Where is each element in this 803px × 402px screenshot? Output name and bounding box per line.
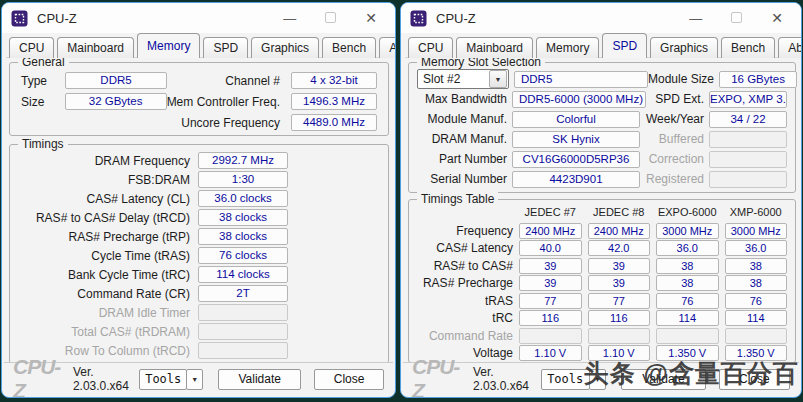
buffered-value xyxy=(709,131,787,148)
tab-cpu[interactable]: CPU xyxy=(9,37,54,58)
titlebar[interactable]: CPU-Z — ✕ xyxy=(2,3,395,33)
timing-value: 76 clocks xyxy=(198,247,288,264)
chevron-down-icon[interactable]: ▼ xyxy=(489,70,507,88)
close-icon[interactable]: ✕ xyxy=(771,11,783,25)
close-icon[interactable]: ✕ xyxy=(365,11,377,25)
tab-bench[interactable]: Bench xyxy=(721,37,775,58)
timings-table-header: JEDEC #7 JEDEC #8 EXPO-6000 XMP-6000 xyxy=(409,204,795,220)
validate-button[interactable]: Validate xyxy=(218,369,301,390)
channel-value: 4 x 32-bit xyxy=(291,72,377,89)
table-cell: 2400 MHz xyxy=(588,223,651,239)
type-value: DDR5 xyxy=(65,72,167,89)
table-cell: 2400 MHz xyxy=(519,223,582,239)
tab-bench[interactable]: Bench xyxy=(322,37,376,58)
table-cell xyxy=(656,328,719,344)
close-button[interactable]: Close xyxy=(314,369,384,390)
tab-graphics[interactable]: Graphics xyxy=(650,37,718,58)
module-manuf-value: Colorful xyxy=(512,111,640,128)
timing-row: RAS# Precharge (tRP) 38 clocks xyxy=(10,227,388,246)
footer-bar: CPU-Z Ver. 2.03.0.x64 Tools ▼ Validate C… xyxy=(403,362,799,395)
close-button[interactable]: Close xyxy=(719,369,790,390)
tab-graphics[interactable]: Graphics xyxy=(251,37,319,58)
tab-memory[interactable]: Memory xyxy=(137,33,200,58)
minimize-button[interactable]: — xyxy=(689,12,702,25)
table-cell: 114 xyxy=(725,310,788,326)
tab-about[interactable]: About xyxy=(778,37,802,58)
tools-dropdown-button[interactable]: ▼ xyxy=(186,369,203,390)
row-label: tRAS xyxy=(417,294,513,308)
timing-value xyxy=(198,323,288,340)
registered-value xyxy=(709,171,787,188)
table-cell: 76 xyxy=(656,293,719,309)
table-cell: 1.350 V xyxy=(725,345,788,361)
timing-row: CAS# Latency (CL) 36.0 clocks xyxy=(10,189,388,208)
tools-button[interactable]: Tools xyxy=(139,369,187,390)
table-cell: 38 xyxy=(725,258,788,274)
table-cell: 114 xyxy=(656,310,719,326)
serial-number-value: 4423D901 xyxy=(512,171,640,188)
tab-mainboard[interactable]: Mainboard xyxy=(456,37,533,58)
slot-row: Serial Number 4423D901 Registered xyxy=(409,169,795,189)
tab-cpu[interactable]: CPU xyxy=(408,37,453,58)
table-cell: 42.0 xyxy=(588,240,651,256)
table-row: Voltage 1.10 V 1.10 V 1.350 V 1.350 V xyxy=(409,345,795,363)
mem-ctrl-label: Mem Controller Freq. xyxy=(167,95,280,109)
type-label: Type xyxy=(21,74,61,88)
tab-spd[interactable]: SPD xyxy=(602,33,647,58)
table-cell: 77 xyxy=(588,293,651,309)
tools-button[interactable]: Tools xyxy=(541,369,590,390)
table-cell: 39 xyxy=(588,275,651,291)
tools-dropdown-button[interactable]: ▼ xyxy=(589,369,606,390)
timing-label: Total CAS# (tRDRAM) xyxy=(10,325,190,339)
validate-button[interactable]: Validate xyxy=(621,369,706,390)
table-cell xyxy=(588,328,651,344)
uncore-label: Uncore Frequency xyxy=(21,116,280,130)
timing-row: Command Rate (CR) 2T xyxy=(10,284,388,303)
slot-select-value: Slot #2 xyxy=(418,72,489,86)
part-number-value: CV16G6000D5RP36 xyxy=(512,151,640,168)
row-label: RAS# to CAS# xyxy=(417,259,513,273)
timing-row: DRAM Idle Timer xyxy=(10,303,388,322)
tab-spd[interactable]: SPD xyxy=(203,37,248,58)
row-label: Frequency xyxy=(417,224,513,238)
timing-value: 36.0 clocks xyxy=(198,190,288,207)
window-controls: — ✕ xyxy=(689,11,795,25)
correction-value xyxy=(709,151,787,168)
part-number-label: Part Number xyxy=(417,152,507,166)
timing-value xyxy=(198,342,288,359)
timing-label: CAS# Latency (CL) xyxy=(10,192,190,206)
row-label: CAS# Latency xyxy=(417,241,513,255)
tab-about[interactable]: About xyxy=(379,37,396,58)
group-title: Timings xyxy=(18,137,68,151)
table-cell: 3000 MHz xyxy=(656,223,719,239)
slot-row: Slot #2 ▼ DDR5 Module Size 16 GBytes xyxy=(409,69,795,89)
cpuz-window-spd: CPU-Z — ✕ CPU Mainboard Memory SPD Graph… xyxy=(400,2,802,398)
serial-number-label: Serial Number xyxy=(417,172,507,186)
dram-manuf-label: DRAM Manuf. xyxy=(417,132,507,146)
table-cell xyxy=(519,328,582,344)
group-title: Timings Table xyxy=(417,192,498,206)
slot-row: Max Bandwidth DDR5-6000 (3000 MHz) SPD E… xyxy=(409,89,795,109)
version-text: Ver. 2.03.0.x64 xyxy=(473,365,541,393)
tab-mainboard[interactable]: Mainboard xyxy=(57,37,134,58)
general-row: Uncore Frequency 4489.0 MHz xyxy=(10,112,388,133)
module-size-label: Module Size xyxy=(648,72,714,86)
timing-row: DRAM Frequency 2992.7 MHz xyxy=(10,151,388,170)
table-cell: 39 xyxy=(588,258,651,274)
titlebar[interactable]: CPU-Z — ✕ xyxy=(401,3,801,33)
general-row: Size 32 GBytes Mem Controller Freq. 1496… xyxy=(10,91,388,112)
mem-ctrl-value: 1496.3 MHz xyxy=(291,93,377,110)
table-row: tRAS 77 77 76 76 xyxy=(409,292,795,310)
maximize-button[interactable] xyxy=(731,12,742,25)
maximize-button[interactable] xyxy=(325,12,336,25)
window-controls: — ✕ xyxy=(283,11,389,25)
slot-row: DRAM Manuf. SK Hynix Buffered xyxy=(409,129,795,149)
max-bandwidth-label: Max Bandwidth xyxy=(417,92,507,106)
tab-memory[interactable]: Memory xyxy=(536,37,599,58)
slot-select[interactable]: Slot #2 ▼ xyxy=(417,69,509,89)
minimize-button[interactable]: — xyxy=(283,12,296,25)
table-row: RAS# Precharge 39 39 38 38 xyxy=(409,275,795,293)
buffered-label: Buffered xyxy=(640,132,704,146)
table-cell: 40.0 xyxy=(519,240,582,256)
table-cell: 77 xyxy=(519,293,582,309)
